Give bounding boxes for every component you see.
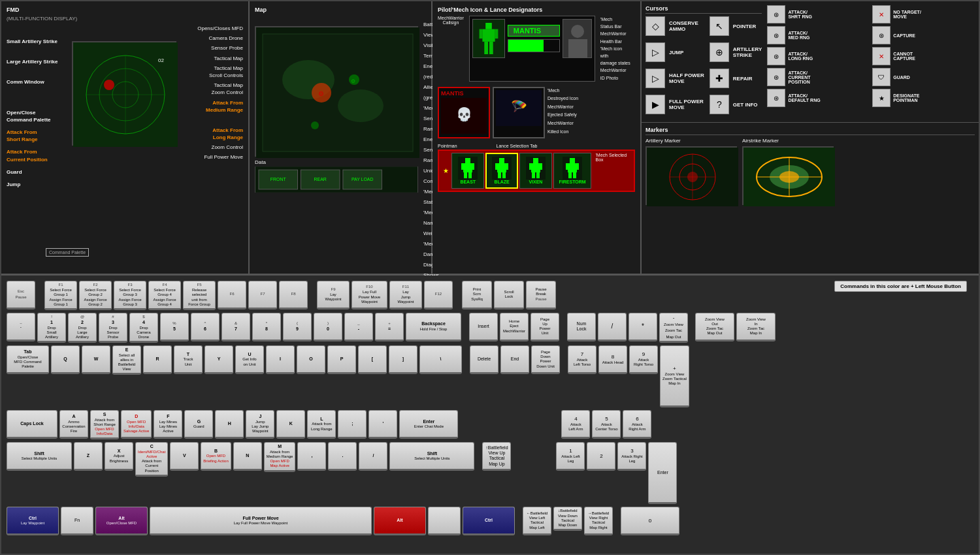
key-bracket-right[interactable]: ] — [389, 345, 417, 374]
key-num-enter[interactable]: Enter — [648, 442, 677, 504]
key-d[interactable]: D Open MFDInfo/Data Salvage Active — [121, 410, 152, 439]
key-num-0[interactable]: 0 — [621, 507, 679, 535]
key-arrow-down-bf[interactable]: ↓BattlefieldView DownTacticalMap Down — [553, 507, 582, 531]
key-c[interactable]: C Ident/MFD/ChatActive Attack fromCurren… — [135, 442, 168, 476]
key-semicolon[interactable]: ; — [338, 410, 367, 439]
key-l[interactable]: L Attack fromLong Range — [307, 410, 336, 439]
key-3[interactable]: # 3 DropSensorProbe — [99, 313, 127, 343]
key-num-multiply[interactable]: * — [629, 313, 657, 341]
key-m[interactable]: M Attack fromMedium Range Open MFDMap Ac… — [264, 442, 296, 471]
key-zoom-out[interactable]: Zoom ViewOutZoom TacMap Out — [695, 313, 734, 341]
key-shift-left[interactable]: Shift Select Multiple Units — [7, 442, 72, 471]
key-b[interactable]: B Open MFDBriefing Action — [201, 442, 231, 471]
key-v[interactable]: V — [170, 442, 199, 471]
key-end[interactable]: End — [500, 345, 529, 374]
key-shift-right[interactable]: Shift Select Multiple Units — [389, 442, 474, 471]
key-arrow-right[interactable]: →BattlefieldView RightTacticalMap Right — [584, 507, 613, 535]
key-g[interactable]: G Guard — [184, 410, 213, 439]
key-s[interactable]: S Attack fromShort Range Open MFDInfo/Da… — [90, 410, 119, 439]
key-page-up[interactable]: PageUpPowerUnit — [531, 313, 559, 341]
key-num-minus[interactable]: -Zoom ViewZoom TacMap Out — [659, 313, 688, 343]
key-pause-break[interactable]: PauseBreak Pause — [526, 281, 556, 309]
key-a[interactable]: A AmmoConservationFire — [59, 410, 88, 439]
key-enter[interactable]: Enter Enter Chat Mode — [399, 410, 458, 439]
key-home[interactable]: HomeEjectMechWarrior — [500, 313, 529, 341]
key-u[interactable]: U Get Infoon Unit — [235, 345, 264, 374]
key-num-8[interactable]: 8 Attack Head — [598, 345, 627, 374]
key-alt-right[interactable]: Alt — [374, 507, 426, 535]
key-f6[interactable]: F6 — [218, 281, 246, 309]
key-arrow-up[interactable]: ↑BattlefieldView UpTacticalMap Up — [482, 442, 511, 471]
key-t[interactable]: T TrackUnit — [174, 345, 203, 374]
key-esc[interactable]: Esc Pause — [7, 281, 35, 309]
key-h[interactable]: H — [215, 410, 244, 439]
key-5[interactable]: % 5 — [160, 313, 189, 341]
key-fn-right[interactable] — [428, 507, 461, 535]
key-zoom-in[interactable]: Zoom ViewInZoom TacMap In — [736, 313, 776, 341]
key-num-lock[interactable]: NumLock — [567, 313, 596, 341]
key-slash[interactable]: / — [359, 442, 387, 471]
key-i[interactable]: I — [266, 345, 295, 374]
key-f4[interactable]: F4 Select ForceGroup 4Assign ForceGroup … — [148, 281, 181, 310]
key-n[interactable]: N — [233, 442, 262, 471]
key-ctrl-left[interactable]: Ctrl Lay Waypoint — [7, 507, 59, 535]
key-num-4[interactable]: 4 AttackLeft Arm — [561, 410, 590, 439]
key-quote[interactable]: ' — [368, 410, 397, 439]
key-alt-left[interactable]: Alt Open/Close MFD — [95, 507, 148, 535]
key-o[interactable]: O — [297, 345, 325, 374]
key-1[interactable]: ! 1 DropSmallArtillery — [37, 313, 66, 343]
key-6[interactable]: ^ 6 — [191, 313, 220, 341]
key-num-1[interactable]: 1 Attack LeftLeg — [556, 442, 585, 471]
key-f7[interactable]: F7 — [248, 281, 277, 309]
key-num-3[interactable]: 3 Attack RightLeg — [617, 442, 646, 471]
key-0[interactable]: ) 0 — [314, 313, 342, 341]
key-q[interactable]: Q — [51, 345, 80, 374]
key-fn[interactable]: Fn — [61, 507, 93, 535]
key-bracket-left[interactable]: [ — [358, 345, 387, 374]
key-print-scrn[interactable]: PrintScrnSysRq — [462, 281, 492, 309]
key-tab[interactable]: Tab Open/CloseMFD CommandPalette — [7, 345, 49, 374]
key-8[interactable]: * 8 — [252, 313, 281, 341]
key-f[interactable]: F Lay MinesLay MinesActive — [154, 410, 182, 439]
key-num-7[interactable]: 7 AttackLeft Torso — [568, 345, 596, 374]
key-k[interactable]: K — [276, 410, 305, 439]
key-insert[interactable]: Insert — [469, 313, 498, 341]
key-7[interactable]: & 7 — [221, 313, 250, 341]
key-f2[interactable]: F2 Select ForceGroup 2Assign ForceGroup … — [79, 281, 112, 310]
key-backspace[interactable]: Backspace Hold Fire / Stop — [406, 313, 461, 341]
key-y[interactable]: Y — [204, 345, 233, 374]
key-j[interactable]: J JumpLay JumpWaypoint — [246, 410, 274, 439]
key-equals[interactable]: + = — [375, 313, 404, 341]
key-arrow-left[interactable]: ←BattlefieldView LeftTacticalMap Left — [523, 507, 551, 535]
key-2[interactable]: @ 2 DropLargeArtillery — [68, 313, 97, 343]
key-x[interactable]: X AdjustBrightness — [105, 442, 133, 471]
key-f12[interactable]: F12 — [424, 281, 453, 309]
key-w[interactable]: W — [82, 345, 110, 374]
key-f11[interactable]: F11 LayJumpWaypoint — [389, 281, 422, 309]
key-backtick[interactable]: ~ ` — [7, 313, 35, 341]
key-num-slash[interactable]: / — [598, 313, 627, 341]
key-num-9[interactable]: 9 AttackRight Torso — [629, 345, 658, 374]
key-num-5[interactable]: 5 AttackCenter Torso — [592, 410, 621, 439]
key-period[interactable]: . — [328, 442, 357, 471]
key-ctrl-right[interactable]: Ctrl — [463, 507, 515, 535]
key-r[interactable]: R — [143, 345, 172, 374]
key-f9[interactable]: F9 LayWaypoint — [317, 281, 350, 309]
key-f1[interactable]: F1 Select ForceGroup 1Assign ForceGroup … — [44, 281, 77, 310]
key-num-6[interactable]: 6 AttackRight Arm — [623, 410, 651, 439]
key-scroll-lock[interactable]: ScrollLock — [494, 281, 524, 309]
key-f5[interactable]: F5 Releaseselectedunit fromForce Group — [183, 281, 216, 310]
key-e[interactable]: E Select allallies inBattlefieldView — [112, 345, 141, 375]
key-f10[interactable]: F10 Lay FullPower MoveWaypoint — [351, 281, 387, 309]
key-9[interactable]: ( 9 — [283, 313, 312, 341]
key-comma[interactable]: , — [297, 442, 326, 471]
key-f3[interactable]: F3 Select ForceGroup 3Assign ForceGroup … — [114, 281, 146, 310]
key-backslash[interactable]: \ — [419, 345, 462, 374]
key-page-down[interactable]: PageDownPowerDown Unit — [531, 345, 560, 374]
key-num-2[interactable]: 2 — [587, 442, 615, 471]
key-p[interactable]: P — [327, 345, 356, 374]
key-caps-lock[interactable]: Caps Lock — [7, 410, 57, 439]
key-minus[interactable]: _ - — [344, 313, 373, 341]
key-space[interactable]: Full Power Move Lay Full Power Move Wayp… — [150, 507, 372, 535]
key-4[interactable]: $ 4 DropCameraDrone — [129, 313, 158, 343]
